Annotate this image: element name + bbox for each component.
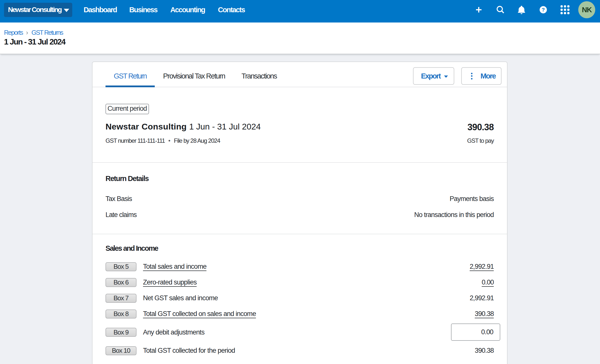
svg-text:?: ? [542,7,545,12]
